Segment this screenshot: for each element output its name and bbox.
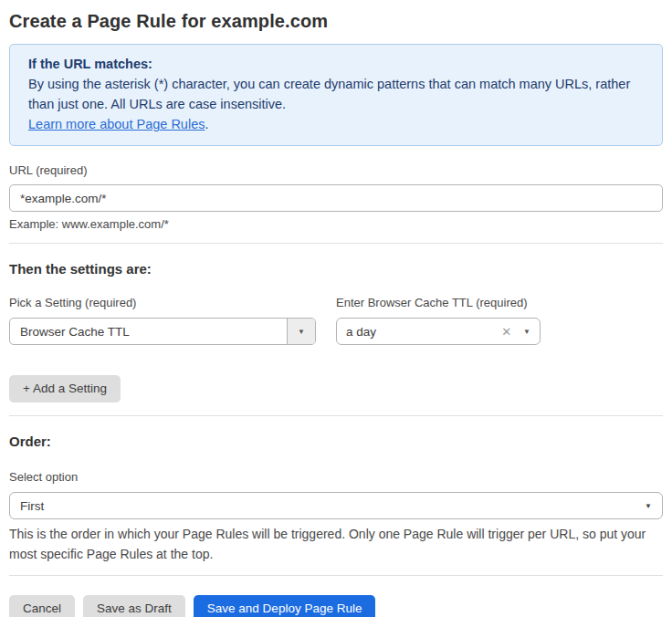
ttl-select[interactable]: a day ✕ ▼ <box>336 318 541 345</box>
settings-row: Pick a Setting (required) Browser Cache … <box>9 296 663 345</box>
save-and-deploy-button[interactable]: Save and Deploy Page Rule <box>194 595 376 617</box>
add-setting-button[interactable]: + Add a Setting <box>9 375 121 403</box>
pick-setting-select[interactable]: Browser Cache TTL ▼ <box>9 318 316 345</box>
settings-section-heading: Then the settings are: <box>9 261 663 277</box>
link-suffix: . <box>205 117 208 131</box>
url-field-label: URL (required) <box>9 163 663 178</box>
pick-setting-label: Pick a Setting (required) <box>9 296 316 310</box>
order-help-text: This is the order in which your Page Rul… <box>9 524 663 564</box>
order-select[interactable]: First ▼ <box>9 492 663 519</box>
chevron-down-icon[interactable]: ▼ <box>287 319 315 344</box>
order-select-label: Select option <box>9 470 663 485</box>
pick-setting-field: Pick a Setting (required) Browser Cache … <box>9 296 316 345</box>
ttl-label: Enter Browser Cache TTL (required) <box>336 296 541 310</box>
url-example-hint: Example: www.example.com/* <box>9 217 663 232</box>
info-box-link-line: Learn more about Page Rules. <box>28 114 644 134</box>
url-match-info-box: If the URL matches: By using the asteris… <box>9 44 663 146</box>
url-input[interactable] <box>9 184 663 212</box>
ttl-field: Enter Browser Cache TTL (required) a day… <box>336 296 541 345</box>
info-box-body: By using the asterisk (*) character, you… <box>28 74 644 114</box>
divider <box>9 575 663 576</box>
order-selected-value: First <box>20 499 645 513</box>
chevron-down-icon: ▼ <box>523 328 530 336</box>
create-page-rule-form: Create a Page Rule for example.com If th… <box>0 0 672 617</box>
chevron-down-icon: ▼ <box>645 502 652 510</box>
divider <box>9 415 663 416</box>
pick-setting-selected-value: Browser Cache TTL <box>10 325 287 339</box>
page-title: Create a Page Rule for example.com <box>9 9 663 33</box>
form-actions: Cancel Save as Draft Save and Deploy Pag… <box>9 595 663 617</box>
info-box-heading: If the URL matches: <box>28 54 644 74</box>
clear-icon[interactable]: ✕ <box>501 325 511 339</box>
order-section-heading: Order: <box>9 434 663 450</box>
divider <box>9 243 663 244</box>
learn-more-link[interactable]: Learn more about Page Rules <box>28 117 205 131</box>
save-as-draft-button[interactable]: Save as Draft <box>83 595 185 617</box>
ttl-selected-value: a day <box>346 325 501 339</box>
cancel-button[interactable]: Cancel <box>9 595 75 617</box>
